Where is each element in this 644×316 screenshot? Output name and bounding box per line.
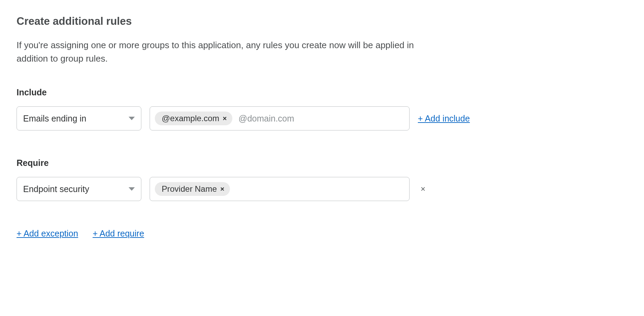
chevron-down-icon (129, 187, 135, 191)
require-tag-label: Provider Name (162, 184, 217, 194)
require-section: Require Endpoint security Provider Name … (17, 158, 627, 201)
include-selector[interactable]: Emails ending in (17, 106, 141, 130)
include-tag-text-input[interactable] (239, 114, 404, 124)
require-selector[interactable]: Endpoint security (17, 177, 141, 201)
require-tags-input[interactable]: Provider Name × (150, 177, 410, 201)
include-tags-input[interactable]: @example.com × (150, 106, 410, 130)
require-selector-value: Endpoint security (23, 184, 89, 194)
include-label: Include (17, 87, 627, 97)
include-tag-label: @example.com (162, 114, 219, 123)
add-exception-link[interactable]: + Add exception (17, 229, 78, 239)
close-icon[interactable]: × (220, 186, 224, 192)
include-selector-value: Emails ending in (23, 114, 86, 124)
require-label: Require (17, 158, 627, 168)
require-tag: Provider Name × (155, 182, 230, 196)
include-tag: @example.com × (155, 112, 232, 125)
add-require-link[interactable]: + Add require (93, 229, 144, 239)
add-include-link[interactable]: + Add include (418, 114, 470, 124)
require-rule-row: Endpoint security Provider Name × × (17, 177, 627, 201)
close-icon[interactable]: × (223, 115, 227, 122)
remove-require-row-icon[interactable]: × (418, 185, 428, 193)
include-rule-row: Emails ending in @example.com × + Add in… (17, 106, 627, 130)
page-title: Create additional rules (17, 15, 627, 28)
page-description: If you're assigning one or more groups t… (17, 39, 444, 65)
include-section: Include Emails ending in @example.com × … (17, 87, 627, 130)
chevron-down-icon (129, 117, 135, 120)
require-tag-text-input[interactable] (236, 184, 404, 194)
bottom-actions: + Add exception + Add require (17, 229, 627, 239)
